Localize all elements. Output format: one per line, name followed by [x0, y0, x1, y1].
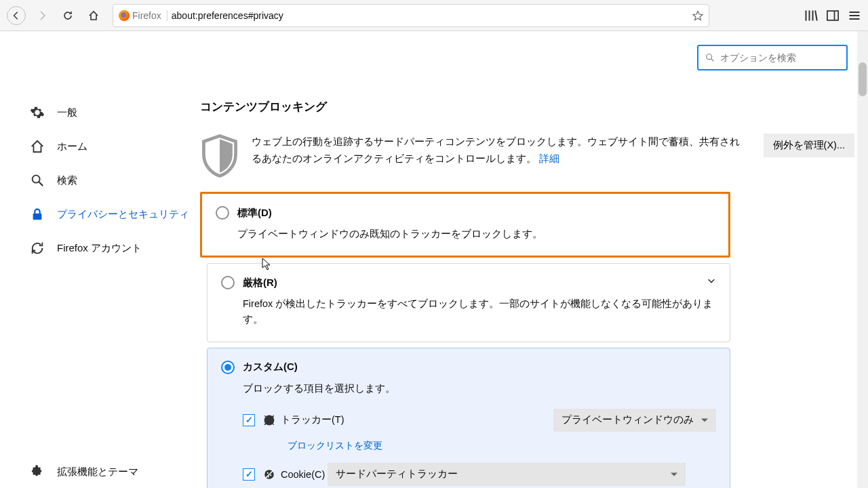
- option-title: 標準(D): [237, 207, 272, 220]
- sidebar-item-home[interactable]: ホーム: [30, 129, 200, 163]
- search-input[interactable]: [720, 52, 840, 63]
- intro-text: ウェブ上の行動を追跡するサードパーティコンテンツをブロックします。ウェブサイト間…: [252, 134, 743, 168]
- search-icon: [705, 53, 715, 62]
- cookie-select[interactable]: サードパーティトラッカー: [328, 463, 686, 486]
- scrollbar[interactable]: [857, 31, 868, 488]
- puzzle-icon: [30, 464, 45, 479]
- radio-standard[interactable]: [216, 206, 229, 220]
- browser-toolbar: Firefox about:preferences#privacy: [0, 0, 868, 31]
- sidebar-icon: [826, 9, 840, 22]
- option-title: 厳格(R): [243, 277, 277, 289]
- sidebar-item-label: 拡張機能とテーマ: [57, 466, 138, 479]
- chevron-down-icon[interactable]: [707, 276, 716, 287]
- svg-line-3: [39, 182, 43, 186]
- home-button[interactable]: [84, 6, 103, 25]
- preferences-search[interactable]: [697, 45, 848, 70]
- firefox-icon: [119, 10, 130, 21]
- option-desc: ブロックする項目を選択します。: [243, 381, 716, 396]
- sidebar-item-extensions[interactable]: 拡張機能とテーマ: [30, 455, 200, 488]
- option-strict[interactable]: 厳格(R) Firefox が検出したトラッカーをすべてブロックします。一部のサ…: [207, 263, 730, 342]
- svg-line-6: [711, 59, 714, 62]
- option-custom[interactable]: カスタム(C) ブロックする項目を選択します。 トラッカー(T) プライベートウ…: [207, 348, 730, 488]
- change-blocklist-link[interactable]: ブロックリストを変更: [288, 440, 716, 452]
- hamburger-icon: [848, 9, 861, 22]
- checkbox-tracker[interactable]: [243, 414, 255, 426]
- forward-button[interactable]: [33, 6, 52, 25]
- radio-custom[interactable]: [221, 361, 235, 374]
- option-desc: プライベートウィンドウのみ既知のトラッカーをブロックします。: [237, 226, 715, 242]
- reload-icon: [62, 10, 73, 21]
- search-icon: [30, 173, 45, 188]
- url-brand: Firefox: [132, 10, 161, 21]
- sidebar-toggle-button[interactable]: [826, 9, 840, 22]
- sidebar-item-privacy[interactable]: プライバシーとセキュリティ: [30, 197, 200, 231]
- tracker-icon: [263, 414, 275, 426]
- svg-point-11: [270, 474, 271, 476]
- lock-icon: [30, 207, 45, 222]
- back-button[interactable]: [7, 6, 26, 25]
- url-text: about:preferences#privacy: [172, 10, 283, 21]
- svg-point-2: [33, 176, 40, 183]
- svg-rect-0: [827, 11, 838, 20]
- sidebar-item-label: 一般: [57, 106, 77, 119]
- bookmark-star-icon[interactable]: [692, 10, 703, 21]
- back-arrow-icon: [12, 11, 21, 20]
- library-icon: [804, 9, 818, 22]
- url-bar[interactable]: Firefox about:preferences#privacy: [113, 4, 709, 27]
- tracker-select[interactable]: プライベートウィンドウのみ: [553, 409, 716, 432]
- manage-exceptions-button[interactable]: 例外を管理(X)...: [764, 134, 854, 157]
- svg-point-10: [267, 472, 269, 473]
- svg-rect-4: [33, 214, 42, 220]
- library-button[interactable]: [804, 9, 818, 22]
- reload-button[interactable]: [58, 6, 77, 25]
- cookie-label: Cookie(C): [281, 469, 325, 480]
- app-menu-button[interactable]: [848, 9, 861, 22]
- preferences-sidebar: 一般 ホーム 検索 プライバシーとセキュリティ Firefox アカウント 拡張…: [0, 31, 200, 488]
- sync-icon: [30, 241, 45, 256]
- radio-strict[interactable]: [221, 276, 235, 289]
- sidebar-item-general[interactable]: 一般: [30, 96, 200, 129]
- learn-more-link[interactable]: 詳細: [539, 153, 559, 164]
- svg-point-5: [707, 54, 712, 60]
- home-icon: [30, 139, 45, 154]
- sidebar-item-label: Firefox アカウント: [57, 242, 142, 255]
- option-desc: Firefox が検出したトラッカーをすべてブロックします。一部のサイトが機能し…: [243, 296, 716, 327]
- forward-arrow-icon: [37, 10, 47, 21]
- preferences-main: コンテンツブロッキング ウェブ上の行動を追跡するサードパーティコンテンツをブロッ…: [200, 31, 868, 488]
- shield-icon: [200, 134, 239, 178]
- option-title: カスタム(C): [243, 361, 298, 373]
- sidebar-item-label: 検索: [57, 174, 77, 187]
- cookie-icon: [263, 468, 275, 481]
- scroll-thumb[interactable]: [859, 62, 867, 96]
- checkbox-cookie[interactable]: [243, 468, 255, 481]
- sidebar-item-label: プライバシーとセキュリティ: [57, 208, 189, 221]
- sidebar-item-sync[interactable]: Firefox アカウント: [30, 231, 200, 265]
- identity-box[interactable]: Firefox: [119, 10, 167, 21]
- sidebar-item-search[interactable]: 検索: [30, 163, 200, 197]
- section-title: コンテンツブロッキング: [200, 99, 854, 115]
- sidebar-item-label: ホーム: [57, 140, 87, 153]
- option-standard[interactable]: 標準(D) プライベートウィンドウのみ既知のトラッカーをブロックします。: [200, 192, 730, 258]
- tracker-label: トラッカー(T): [281, 413, 344, 426]
- home-icon: [88, 10, 99, 21]
- gear-icon: [30, 105, 45, 120]
